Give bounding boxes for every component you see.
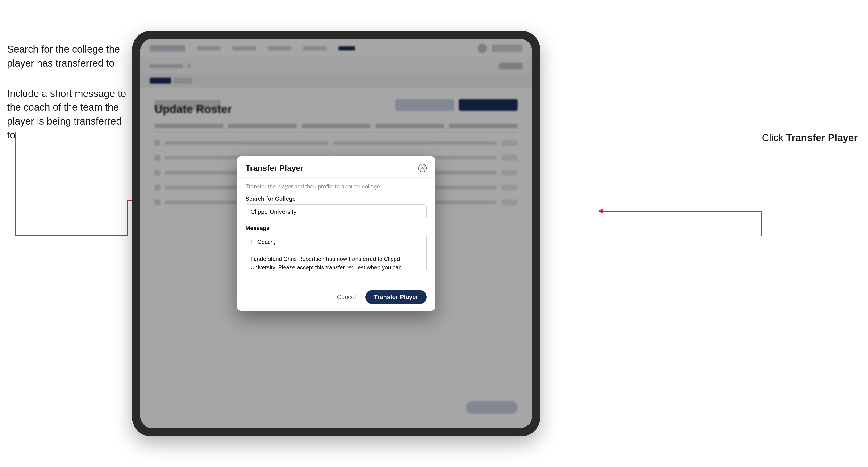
message-textarea[interactable]: Hi Coach, I understand Chris Robertson h… xyxy=(246,234,427,272)
cancel-button[interactable]: Cancel xyxy=(332,290,361,304)
annotation-transfer-bold: Transfer Player xyxy=(786,132,858,143)
modal-title: Transfer Player xyxy=(246,163,304,173)
svg-marker-4 xyxy=(598,209,602,214)
message-label: Message xyxy=(246,225,427,231)
annotation-message-text: Include a short message to the coach of … xyxy=(7,87,130,142)
modal-close-button[interactable]: ✕ xyxy=(418,164,427,173)
ipad-screen: Update Roster Transfer Player ✕ Transfer… xyxy=(140,39,532,428)
annotation-left-container: Search for the college the player has tr… xyxy=(7,42,130,142)
modal-subtitle: Transfer the player and their profile to… xyxy=(246,183,427,190)
transfer-player-button[interactable]: Transfer Player xyxy=(365,290,427,304)
annotation-right-container: Click Transfer Player xyxy=(762,132,861,144)
modal-body: Transfer the player and their profile to… xyxy=(237,178,435,285)
modal-footer: Cancel Transfer Player xyxy=(237,285,435,311)
transfer-player-modal: Transfer Player ✕ Transfer the player an… xyxy=(237,156,435,311)
modal-header: Transfer Player ✕ xyxy=(237,156,435,178)
search-college-input[interactable] xyxy=(246,205,427,219)
annotation-search-text: Search for the college the player has tr… xyxy=(7,42,130,70)
message-group: Message Hi Coach, I understand Chris Rob… xyxy=(246,225,427,272)
annotation-click-text: Click Transfer Player xyxy=(762,132,858,143)
ipad-frame: Update Roster Transfer Player ✕ Transfer… xyxy=(132,31,540,436)
search-college-group: Search for College xyxy=(246,195,427,219)
search-college-label: Search for College xyxy=(246,195,427,202)
